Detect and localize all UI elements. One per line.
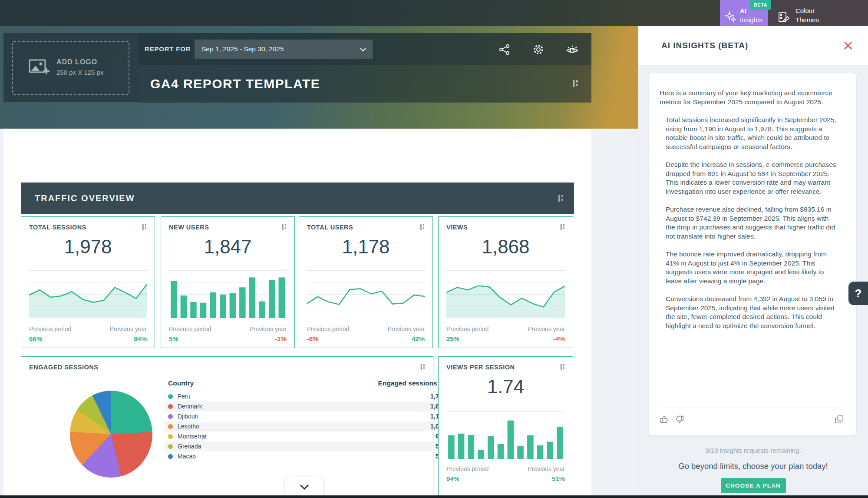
total-users-sparkline	[307, 270, 425, 318]
engaged-sessions-pie-chart	[70, 391, 152, 478]
engaged-sessions-table: Country Engaged sessions Peru1,782 Denma…	[165, 378, 449, 461]
section-title: TRAFFIC OVERVIEW	[35, 183, 135, 214]
widget-drag-handle-icon[interactable]	[419, 223, 426, 232]
engaged-sessions-title: ENGAGED SESSIONS	[29, 364, 98, 371]
colour-themes-label-line2: Themes	[795, 16, 819, 23]
prev-period-label: Previous period	[169, 325, 211, 332]
prev-year-change: 51%	[552, 475, 565, 482]
traffic-overview-section-header: TRAFFIC OVERVIEW	[21, 183, 574, 214]
image-placeholder-icon	[28, 56, 50, 81]
ai-insights-panel: AI INSIGHTS (BETA) Here is a summary of …	[638, 26, 868, 498]
preview-eye-button[interactable]	[565, 43, 579, 56]
ai-panel-header: AI INSIGHTS (BETA)	[638, 26, 868, 65]
sparkles-icon	[724, 10, 737, 25]
app-window: AI Insights BETA Colour Themes	[0, 0, 868, 498]
toolbar-divider	[557, 33, 557, 65]
kpi-value: 1.74	[439, 376, 573, 398]
kpi-title: NEW USERS	[169, 224, 209, 231]
column-header-engaged-sessions-sort[interactable]: Engaged sessions	[378, 379, 447, 387]
settings-gear-button[interactable]	[532, 43, 545, 56]
widget-drag-handle-icon[interactable]	[420, 363, 426, 372]
beta-badge: BETA	[750, 0, 771, 10]
report-title-bar: GA4 REPORT TEMPLATE	[138, 65, 591, 103]
new-users-sparkline	[169, 270, 287, 318]
date-range-select[interactable]: Sep 1, 2025 - Sep 30, 2025	[195, 40, 373, 59]
prev-year-change: -4%	[553, 335, 565, 342]
prev-year-label: Previous year	[528, 325, 565, 332]
prev-period-change: 25%	[446, 335, 459, 342]
legend-dot	[168, 434, 173, 439]
table-row: Denmark1,639	[165, 402, 449, 412]
kpi-card-total-sessions: TOTAL SESSIONS 1,978 Previous period Pre…	[21, 216, 155, 348]
expand-report-button[interactable]	[285, 477, 323, 498]
logo-size-hint: 250 px X 125 px	[56, 69, 103, 76]
views-per-session-sparkline	[446, 411, 565, 459]
prev-year-change: 42%	[412, 335, 425, 342]
legend-dot	[168, 414, 173, 419]
help-button[interactable]: ?	[848, 282, 868, 305]
legend-dot	[168, 444, 173, 449]
kpi-value: 1,178	[299, 236, 432, 258]
prev-period-change: 66%	[29, 335, 42, 342]
prev-year-label: Previous year	[249, 325, 287, 332]
kpi-card-views: VIEWS 1,868 Previous period Previous yea…	[438, 216, 573, 348]
kpi-value: 1,868	[439, 236, 573, 258]
chevron-down-icon	[360, 47, 366, 52]
prev-period-label: Previous period	[29, 325, 71, 332]
engaged-sessions-card: ENGAGED SESSIONS Country Engaged session…	[21, 356, 433, 498]
prev-period-change: -6%	[307, 335, 319, 342]
prev-period-change: 94%	[446, 475, 459, 482]
prev-year-label: Previous year	[109, 325, 147, 332]
ai-insights-label-line2: Insights	[740, 16, 762, 23]
kpi-title: VIEWS PER SESSION	[446, 364, 515, 371]
widget-drag-handle-icon[interactable]	[281, 223, 287, 232]
ai-insights-label-line1: AI	[740, 7, 746, 14]
kpi-card-total-users: TOTAL USERS 1,178 Previous period Previo…	[299, 216, 433, 348]
views-per-session-card: VIEWS PER SESSION 1.74 Previous period P…	[438, 356, 573, 498]
kpi-card-new-users: NEW USERS 1,847 Previous period Previous…	[161, 216, 295, 348]
table-row: Lesotho1,029	[165, 422, 449, 432]
copy-button[interactable]	[835, 415, 844, 424]
prev-period-label: Previous period	[446, 325, 488, 332]
message-divider	[660, 408, 845, 408]
upsell-text: Go beyond limits, choose your plan today…	[638, 461, 868, 471]
prev-year-change: 94%	[134, 335, 147, 342]
legend-dot	[168, 454, 173, 459]
add-logo-dropzone[interactable]: ADD LOGO 250 px X 125 px	[12, 41, 129, 95]
requests-remaining-text: 9/10 insights requests remaining.	[638, 447, 868, 454]
table-row: Grenada581	[165, 442, 449, 452]
logo-panel: ADD LOGO 250 px X 125 px	[3, 33, 138, 102]
ai-panel-title: AI INSIGHTS (BETA)	[661, 26, 748, 65]
title-drag-handle-icon[interactable]	[572, 79, 579, 90]
ai-message-card: Here is a summary of your key marketing …	[649, 73, 856, 435]
kpi-value: 1,978	[21, 236, 155, 258]
choose-a-plan-button[interactable]: CHOOSE A PLAN	[721, 478, 786, 493]
kpi-title: TOTAL USERS	[307, 224, 353, 231]
colour-themes-icon	[777, 10, 790, 25]
report-for-label: REPORT FOR	[145, 33, 191, 65]
share-button[interactable]	[498, 43, 511, 56]
kpi-title: VIEWS	[446, 224, 468, 231]
kpi-value: 1,847	[161, 236, 294, 258]
chevron-down-icon	[300, 484, 309, 490]
colour-themes-label-line1: Colour	[795, 7, 815, 14]
total-sessions-sparkline	[29, 270, 147, 318]
widget-drag-handle-icon[interactable]	[560, 363, 566, 372]
kpi-title: TOTAL SESSIONS	[29, 224, 86, 231]
column-header-country: Country	[168, 379, 194, 387]
legend-dot	[168, 404, 173, 409]
views-sparkline	[446, 270, 565, 318]
table-row: Peru1,782	[165, 392, 449, 402]
widget-drag-handle-icon[interactable]	[560, 223, 566, 232]
thumbs-down-button[interactable]	[675, 415, 684, 424]
widget-drag-handle-icon[interactable]	[142, 223, 148, 232]
section-drag-handle-icon[interactable]	[558, 194, 564, 204]
report-title: GA4 REPORT TEMPLATE	[150, 65, 320, 103]
ai-summary-text: Here is a summary of your key marketing …	[660, 89, 839, 339]
date-range-value: Sep 1, 2025 - Sep 30, 2025	[201, 45, 284, 53]
window-bottom-edge	[0, 495, 868, 498]
prev-period-change: 5%	[169, 335, 178, 342]
table-row: Montserrat665	[165, 432, 449, 442]
close-icon[interactable]	[843, 40, 853, 51]
thumbs-up-button[interactable]	[660, 415, 669, 424]
